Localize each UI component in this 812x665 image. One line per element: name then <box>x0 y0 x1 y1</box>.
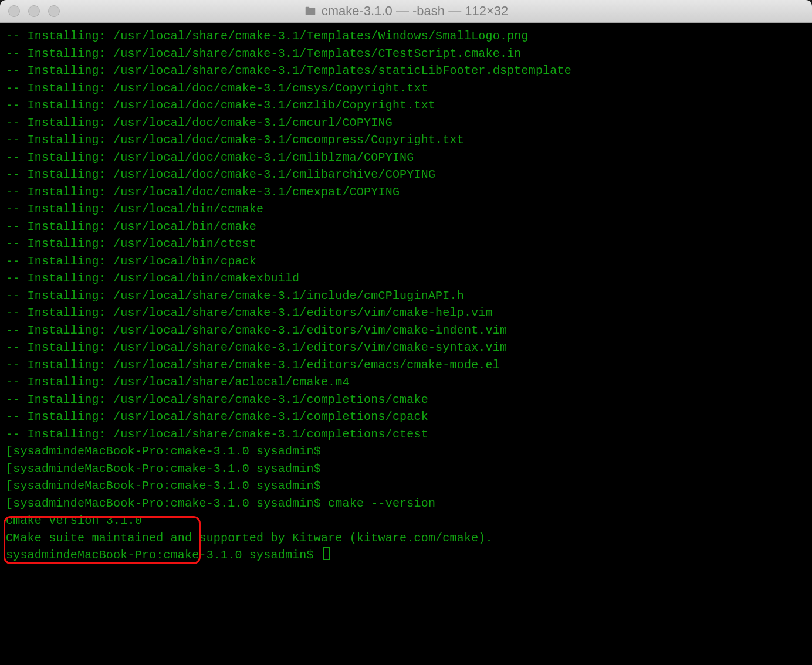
folder-icon <box>304 5 317 18</box>
install-line: -- Installing: /usr/local/share/cmake-3.… <box>6 322 806 340</box>
install-line: -- Installing: /usr/local/share/cmake-3.… <box>6 28 806 45</box>
install-line: -- Installing: /usr/local/doc/cmake-3.1/… <box>6 149 806 167</box>
version-output: cmake version 3.1.0 <box>6 512 806 530</box>
install-line: -- Installing: /usr/local/share/cmake-3.… <box>6 339 806 357</box>
install-line: -- Installing: /usr/local/bin/ccmake <box>6 201 806 218</box>
shell-prompt-current: sysadmindeMacBook-Pro:cmake-3.1.0 sysadm… <box>6 547 806 564</box>
install-line: -- Installing: /usr/local/doc/cmake-3.1/… <box>6 131 806 149</box>
install-line: -- Installing: /usr/local/share/cmake-3.… <box>6 304 806 322</box>
install-line: -- Installing: /usr/local/bin/cpack <box>6 253 806 270</box>
install-line: -- Installing: /usr/local/doc/cmake-3.1/… <box>6 166 806 184</box>
install-line: -- Installing: /usr/local/doc/cmake-3.1/… <box>6 184 806 201</box>
install-line: -- Installing: /usr/local/share/cmake-3.… <box>6 45 806 63</box>
install-line: -- Installing: /usr/local/share/cmake-3.… <box>6 408 806 426</box>
window-title: cmake-3.1.0 — -bash — 112×32 <box>0 4 812 19</box>
close-button[interactable] <box>8 5 20 17</box>
traffic-lights <box>8 5 60 17</box>
minimize-button[interactable] <box>28 5 40 17</box>
suite-line: CMake suite maintained and supported by … <box>6 530 806 547</box>
terminal-window: cmake-3.1.0 — -bash — 112×32 -- Installi… <box>0 0 812 665</box>
install-line: -- Installing: /usr/local/bin/ctest <box>6 235 806 253</box>
shell-prompt-version: [sysadmindeMacBook-Pro:cmake-3.1.0 sysad… <box>6 495 806 513</box>
cursor <box>323 547 330 560</box>
install-line: -- Installing: /usr/local/bin/cmakexbuil… <box>6 270 806 287</box>
window-title-text: cmake-3.1.0 — -bash — 112×32 <box>322 4 509 19</box>
shell-prompt: [sysadmindeMacBook-Pro:cmake-3.1.0 sysad… <box>6 443 806 460</box>
install-line: -- Installing: /usr/local/share/cmake-3.… <box>6 357 806 374</box>
install-line: -- Installing: /usr/local/share/aclocal/… <box>6 374 806 391</box>
zoom-button[interactable] <box>48 5 60 17</box>
shell-prompt: [sysadmindeMacBook-Pro:cmake-3.1.0 sysad… <box>6 477 806 495</box>
titlebar: cmake-3.1.0 — -bash — 112×32 <box>0 0 812 23</box>
install-line: -- Installing: /usr/local/share/cmake-3.… <box>6 62 806 80</box>
install-line: -- Installing: /usr/local/bin/cmake <box>6 218 806 236</box>
install-line: -- Installing: /usr/local/doc/cmake-3.1/… <box>6 114 806 132</box>
install-line: -- Installing: /usr/local/share/cmake-3.… <box>6 287 806 305</box>
install-line: -- Installing: /usr/local/share/cmake-3.… <box>6 426 806 443</box>
terminal-output[interactable]: -- Installing: /usr/local/share/cmake-3.… <box>0 23 812 665</box>
install-line: -- Installing: /usr/local/doc/cmake-3.1/… <box>6 97 806 114</box>
install-line: -- Installing: /usr/local/share/cmake-3.… <box>6 391 806 409</box>
shell-prompt: [sysadmindeMacBook-Pro:cmake-3.1.0 sysad… <box>6 460 806 478</box>
install-line: -- Installing: /usr/local/doc/cmake-3.1/… <box>6 80 806 97</box>
